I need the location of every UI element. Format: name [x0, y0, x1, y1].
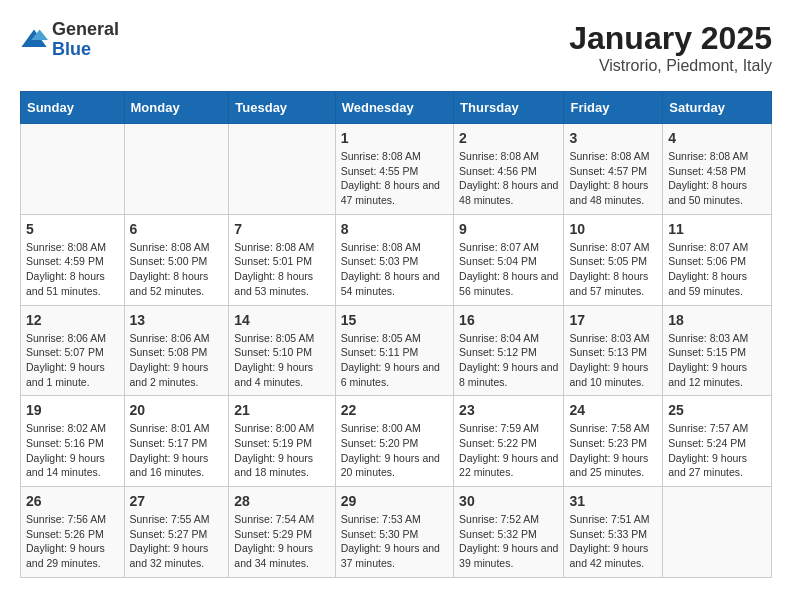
day-info: Sunrise: 7:58 AM Sunset: 5:23 PM Dayligh…: [569, 421, 657, 480]
day-number: 23: [459, 402, 558, 418]
day-info: Sunrise: 8:06 AM Sunset: 5:07 PM Dayligh…: [26, 331, 119, 390]
day-info: Sunrise: 8:08 AM Sunset: 4:59 PM Dayligh…: [26, 240, 119, 299]
day-number: 21: [234, 402, 329, 418]
day-info: Sunrise: 7:59 AM Sunset: 5:22 PM Dayligh…: [459, 421, 558, 480]
page-header: General Blue January 2025 Vistrorio, Pie…: [20, 20, 772, 75]
calendar-cell: 16Sunrise: 8:04 AM Sunset: 5:12 PM Dayli…: [454, 305, 564, 396]
day-number: 17: [569, 312, 657, 328]
day-number: 16: [459, 312, 558, 328]
day-number: 9: [459, 221, 558, 237]
day-number: 5: [26, 221, 119, 237]
logo-general-text: General: [52, 20, 119, 40]
day-number: 7: [234, 221, 329, 237]
calendar-cell: 29Sunrise: 7:53 AM Sunset: 5:30 PM Dayli…: [335, 487, 453, 578]
calendar-week-2: 5Sunrise: 8:08 AM Sunset: 4:59 PM Daylig…: [21, 214, 772, 305]
calendar-cell: 26Sunrise: 7:56 AM Sunset: 5:26 PM Dayli…: [21, 487, 125, 578]
day-info: Sunrise: 7:55 AM Sunset: 5:27 PM Dayligh…: [130, 512, 224, 571]
calendar-cell: 5Sunrise: 8:08 AM Sunset: 4:59 PM Daylig…: [21, 214, 125, 305]
calendar-cell: 19Sunrise: 8:02 AM Sunset: 5:16 PM Dayli…: [21, 396, 125, 487]
day-info: Sunrise: 8:01 AM Sunset: 5:17 PM Dayligh…: [130, 421, 224, 480]
day-number: 24: [569, 402, 657, 418]
calendar-cell: 23Sunrise: 7:59 AM Sunset: 5:22 PM Dayli…: [454, 396, 564, 487]
calendar-week-1: 1Sunrise: 8:08 AM Sunset: 4:55 PM Daylig…: [21, 124, 772, 215]
day-number: 3: [569, 130, 657, 146]
title-block: January 2025 Vistrorio, Piedmont, Italy: [569, 20, 772, 75]
day-number: 31: [569, 493, 657, 509]
page-title: January 2025: [569, 20, 772, 57]
day-info: Sunrise: 8:08 AM Sunset: 5:03 PM Dayligh…: [341, 240, 448, 299]
logo: General Blue: [20, 20, 119, 60]
day-info: Sunrise: 8:07 AM Sunset: 5:06 PM Dayligh…: [668, 240, 766, 299]
day-number: 6: [130, 221, 224, 237]
weekday-header-sunday: Sunday: [21, 92, 125, 124]
day-number: 12: [26, 312, 119, 328]
calendar-week-3: 12Sunrise: 8:06 AM Sunset: 5:07 PM Dayli…: [21, 305, 772, 396]
day-info: Sunrise: 8:07 AM Sunset: 5:04 PM Dayligh…: [459, 240, 558, 299]
calendar-cell: 31Sunrise: 7:51 AM Sunset: 5:33 PM Dayli…: [564, 487, 663, 578]
day-number: 11: [668, 221, 766, 237]
day-number: 1: [341, 130, 448, 146]
day-number: 13: [130, 312, 224, 328]
day-info: Sunrise: 8:08 AM Sunset: 4:55 PM Dayligh…: [341, 149, 448, 208]
calendar-cell: 6Sunrise: 8:08 AM Sunset: 5:00 PM Daylig…: [124, 214, 229, 305]
weekday-header-wednesday: Wednesday: [335, 92, 453, 124]
calendar-cell: [21, 124, 125, 215]
calendar-week-5: 26Sunrise: 7:56 AM Sunset: 5:26 PM Dayli…: [21, 487, 772, 578]
day-info: Sunrise: 8:05 AM Sunset: 5:11 PM Dayligh…: [341, 331, 448, 390]
calendar-cell: 2Sunrise: 8:08 AM Sunset: 4:56 PM Daylig…: [454, 124, 564, 215]
day-info: Sunrise: 7:56 AM Sunset: 5:26 PM Dayligh…: [26, 512, 119, 571]
weekday-header-friday: Friday: [564, 92, 663, 124]
logo-blue-text: Blue: [52, 40, 119, 60]
calendar-cell: [229, 124, 335, 215]
day-info: Sunrise: 8:03 AM Sunset: 5:13 PM Dayligh…: [569, 331, 657, 390]
day-info: Sunrise: 8:08 AM Sunset: 4:56 PM Dayligh…: [459, 149, 558, 208]
calendar-week-4: 19Sunrise: 8:02 AM Sunset: 5:16 PM Dayli…: [21, 396, 772, 487]
calendar-cell: 7Sunrise: 8:08 AM Sunset: 5:01 PM Daylig…: [229, 214, 335, 305]
calendar-cell: 18Sunrise: 8:03 AM Sunset: 5:15 PM Dayli…: [663, 305, 772, 396]
calendar-cell: 28Sunrise: 7:54 AM Sunset: 5:29 PM Dayli…: [229, 487, 335, 578]
calendar-cell: 9Sunrise: 8:07 AM Sunset: 5:04 PM Daylig…: [454, 214, 564, 305]
day-number: 15: [341, 312, 448, 328]
calendar-cell: [124, 124, 229, 215]
day-number: 20: [130, 402, 224, 418]
calendar-cell: 21Sunrise: 8:00 AM Sunset: 5:19 PM Dayli…: [229, 396, 335, 487]
day-info: Sunrise: 7:53 AM Sunset: 5:30 PM Dayligh…: [341, 512, 448, 571]
calendar-cell: 12Sunrise: 8:06 AM Sunset: 5:07 PM Dayli…: [21, 305, 125, 396]
calendar-cell: [663, 487, 772, 578]
weekday-header-row: SundayMondayTuesdayWednesdayThursdayFrid…: [21, 92, 772, 124]
calendar-cell: 13Sunrise: 8:06 AM Sunset: 5:08 PM Dayli…: [124, 305, 229, 396]
calendar-cell: 15Sunrise: 8:05 AM Sunset: 5:11 PM Dayli…: [335, 305, 453, 396]
day-info: Sunrise: 8:06 AM Sunset: 5:08 PM Dayligh…: [130, 331, 224, 390]
day-info: Sunrise: 7:51 AM Sunset: 5:33 PM Dayligh…: [569, 512, 657, 571]
day-info: Sunrise: 8:00 AM Sunset: 5:19 PM Dayligh…: [234, 421, 329, 480]
day-number: 18: [668, 312, 766, 328]
calendar-cell: 22Sunrise: 8:00 AM Sunset: 5:20 PM Dayli…: [335, 396, 453, 487]
page-subtitle: Vistrorio, Piedmont, Italy: [569, 57, 772, 75]
calendar-cell: 1Sunrise: 8:08 AM Sunset: 4:55 PM Daylig…: [335, 124, 453, 215]
calendar-cell: 3Sunrise: 8:08 AM Sunset: 4:57 PM Daylig…: [564, 124, 663, 215]
day-number: 4: [668, 130, 766, 146]
day-info: Sunrise: 8:00 AM Sunset: 5:20 PM Dayligh…: [341, 421, 448, 480]
day-number: 14: [234, 312, 329, 328]
calendar-cell: 4Sunrise: 8:08 AM Sunset: 4:58 PM Daylig…: [663, 124, 772, 215]
day-info: Sunrise: 8:02 AM Sunset: 5:16 PM Dayligh…: [26, 421, 119, 480]
calendar-cell: 14Sunrise: 8:05 AM Sunset: 5:10 PM Dayli…: [229, 305, 335, 396]
day-info: Sunrise: 8:08 AM Sunset: 5:00 PM Dayligh…: [130, 240, 224, 299]
weekday-header-tuesday: Tuesday: [229, 92, 335, 124]
calendar-cell: 17Sunrise: 8:03 AM Sunset: 5:13 PM Dayli…: [564, 305, 663, 396]
day-number: 19: [26, 402, 119, 418]
day-number: 10: [569, 221, 657, 237]
calendar-cell: 20Sunrise: 8:01 AM Sunset: 5:17 PM Dayli…: [124, 396, 229, 487]
day-info: Sunrise: 8:03 AM Sunset: 5:15 PM Dayligh…: [668, 331, 766, 390]
day-number: 25: [668, 402, 766, 418]
logo-icon: [20, 26, 48, 54]
day-info: Sunrise: 7:57 AM Sunset: 5:24 PM Dayligh…: [668, 421, 766, 480]
day-number: 27: [130, 493, 224, 509]
calendar-table: SundayMondayTuesdayWednesdayThursdayFrid…: [20, 91, 772, 578]
calendar-cell: 25Sunrise: 7:57 AM Sunset: 5:24 PM Dayli…: [663, 396, 772, 487]
day-number: 29: [341, 493, 448, 509]
logo-text: General Blue: [52, 20, 119, 60]
weekday-header-thursday: Thursday: [454, 92, 564, 124]
day-info: Sunrise: 8:04 AM Sunset: 5:12 PM Dayligh…: [459, 331, 558, 390]
calendar-cell: 11Sunrise: 8:07 AM Sunset: 5:06 PM Dayli…: [663, 214, 772, 305]
